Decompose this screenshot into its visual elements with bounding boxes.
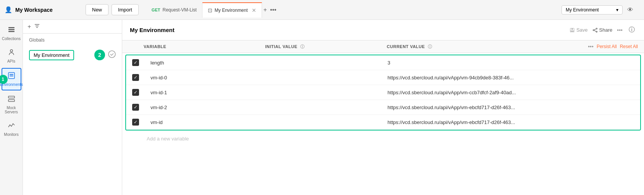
sidebar: Collections APIs 1 Environments Mock Se (0, 20, 23, 195)
save-label: Save (576, 27, 588, 33)
header-current: CURRENT VALUE ⓘ (387, 44, 569, 50)
svg-rect-0 (8, 27, 15, 28)
table-body-highlighted: ✓ length 3 ✓ vm-id-0 https: (125, 55, 641, 131)
add-variable-row[interactable]: Add a new variable (122, 132, 644, 145)
row-current-1: 3 (388, 60, 565, 66)
persist-all-button[interactable]: Persist All (597, 44, 617, 49)
table-row: ✓ vm-id https://vcd.sbercloud.ru/api/vAp… (126, 115, 640, 130)
tabs-more-button[interactable]: ••• (269, 5, 278, 15)
row-current-2: https://vcd.sbercloud.ru/api/vApp/vm-94c… (388, 75, 565, 81)
environments-icon (8, 72, 15, 81)
add-environment-button[interactable]: + (28, 23, 31, 30)
tab-request-vm-list[interactable]: GET Request-VM-List (146, 2, 202, 18)
apis-icon (8, 48, 15, 58)
chevron-down-icon: ▾ (616, 7, 618, 13)
content-actions: Save Share ••• ⓘ (570, 24, 636, 35)
content-title: My Environment (130, 27, 175, 33)
row-variable-4: vm-id-2 (147, 105, 269, 110)
variables-table: VARIABLE INITIAL VALUE ⓘ CURRENT VALUE ⓘ… (122, 40, 644, 195)
environment-item[interactable]: My Environment 2 (23, 47, 122, 63)
new-button[interactable]: New (86, 4, 108, 15)
row-variable-2: vm-id-0 (147, 75, 269, 81)
content-header: My Environment Save Share ••• ⓘ (122, 20, 644, 40)
add-variable-placeholder: Add a new variable (128, 136, 189, 142)
row-current-3: https://vcd.sbercloud.ru/api/vApp/vm-ccb… (388, 90, 565, 95)
sidebar-item-monitors[interactable]: Monitors (2, 119, 21, 140)
table-row: ✓ vm-id-1 https://vcd.sbercloud.ru/api/v… (126, 85, 640, 100)
close-tab-icon[interactable]: ✕ (252, 7, 256, 13)
svg-rect-7 (8, 96, 15, 98)
env-selector[interactable]: My Environment ▾ (561, 5, 623, 15)
table-more-button[interactable]: ••• (588, 44, 594, 50)
current-info-icon: ⓘ (428, 44, 432, 49)
info-button[interactable]: ⓘ (627, 24, 636, 35)
svg-rect-1 (8, 29, 15, 30)
tab-env-label: My Environment (215, 8, 248, 13)
sidebar-item-collections[interactable]: Collections (2, 23, 21, 44)
svg-rect-2 (8, 31, 15, 32)
monitors-icon (8, 122, 15, 131)
svg-point-3 (10, 50, 13, 52)
apis-label: APIs (7, 59, 15, 63)
tab-my-environment[interactable]: ⊡ My Environment ✕ (202, 2, 262, 18)
filter-button[interactable] (34, 23, 40, 30)
row-variable-5: vm-id (147, 119, 269, 125)
sidebar-item-environments[interactable]: 1 Environments (2, 68, 21, 90)
svg-point-16 (596, 28, 597, 29)
row-checkbox-5[interactable]: ✓ (132, 119, 139, 126)
env-check-icon (108, 50, 116, 60)
svg-rect-8 (8, 100, 15, 102)
svg-line-19 (594, 29, 596, 29)
content-more-button[interactable]: ••• (617, 27, 623, 33)
environments-panel: + Globals My Environment 2 (23, 20, 122, 195)
reset-all-button[interactable]: Reset All (620, 44, 638, 49)
table-row: ✓ vm-id-2 https://vcd.sbercloud.ru/api/v… (126, 100, 640, 115)
sidebar-item-mock-servers[interactable]: Mock Servers (2, 92, 21, 117)
header-initial: INITIAL VALUE ⓘ (265, 44, 387, 50)
globals-label: Globals (23, 34, 122, 47)
row-variable-1: length (147, 60, 269, 66)
import-button[interactable]: Import (112, 4, 139, 15)
svg-line-20 (594, 30, 596, 31)
svg-rect-6 (10, 76, 13, 76)
svg-point-12 (108, 51, 115, 58)
add-tab-button[interactable]: + (262, 5, 269, 15)
initial-info-icon: ⓘ (300, 44, 305, 49)
row-checkbox-2[interactable]: ✓ (132, 74, 139, 81)
row-checkbox-4[interactable]: ✓ (132, 104, 139, 111)
table-row: ✓ length 3 (126, 55, 640, 70)
svg-point-17 (596, 31, 597, 32)
sidebar-item-apis[interactable]: APIs (2, 45, 21, 66)
env-selector-label: My Environment (566, 7, 599, 13)
eye-icon-button[interactable]: 👁 (626, 5, 635, 15)
header-actions: ••• Persist All Reset All (569, 44, 638, 50)
panel-header: + (23, 20, 122, 34)
workspace-name: My Workspace (15, 7, 53, 13)
collections-label: Collections (2, 37, 21, 41)
method-badge: GET (152, 8, 160, 12)
share-button[interactable]: Share (592, 27, 613, 33)
svg-rect-5 (10, 74, 13, 75)
table-header: VARIABLE INITIAL VALUE ⓘ CURRENT VALUE ⓘ… (122, 40, 644, 53)
share-label: Share (599, 27, 613, 33)
svg-rect-15 (571, 31, 574, 32)
env-tab-icon: ⊡ (208, 7, 212, 13)
table-row: ✓ vm-id-0 https://vcd.sbercloud.ru/api/v… (126, 70, 640, 85)
env-item-name[interactable]: My Environment (29, 50, 74, 60)
svg-point-18 (593, 29, 594, 31)
environment-content: My Environment Save Share ••• ⓘ (122, 20, 644, 195)
row-variable-3: vm-id-1 (147, 90, 269, 95)
svg-rect-14 (571, 28, 573, 30)
monitors-label: Monitors (4, 132, 18, 137)
collections-icon (8, 26, 15, 35)
step-badge-2: 2 (94, 50, 105, 60)
mock-servers-icon (8, 95, 15, 105)
save-button[interactable]: Save (570, 27, 588, 33)
row-checkbox-3[interactable]: ✓ (132, 89, 139, 96)
row-current-4: https://vcd.sbercloud.ru/api/vApp/vm-ebc… (388, 105, 565, 110)
tab-request-label: Request-VM-List (162, 7, 196, 13)
mock-servers-label: Mock Servers (3, 106, 20, 114)
user-icon: 👤 (5, 6, 12, 13)
header-variable: VARIABLE (144, 44, 265, 49)
row-checkbox-1[interactable]: ✓ (132, 59, 139, 66)
